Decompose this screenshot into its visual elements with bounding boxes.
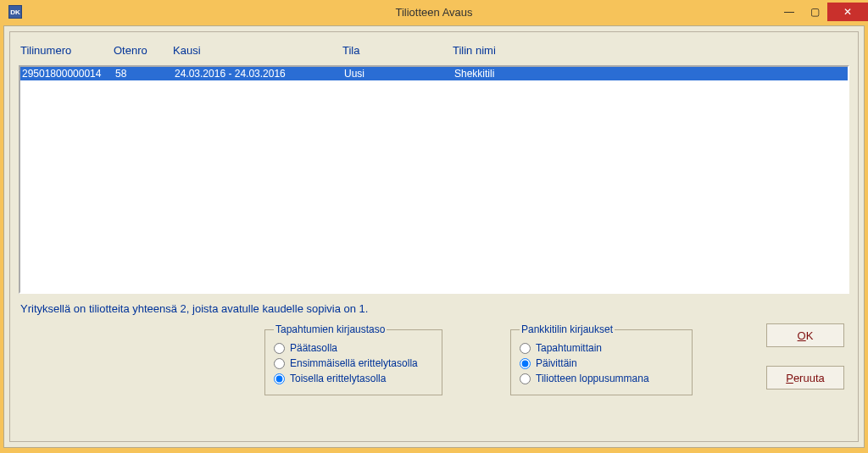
radio-loppusummana-input[interactable]	[520, 373, 531, 384]
cancel-button[interactable]: Peruuta	[766, 366, 844, 389]
cell-tilinumero: 29501800000014	[22, 68, 115, 80]
radio-paatasolla-input[interactable]	[274, 343, 285, 354]
table-row[interactable]: 29501800000014 58 24.03.2016 - 24.03.201…	[20, 67, 848, 80]
cell-kausi: 24.03.2016 - 24.03.2016	[175, 68, 344, 80]
group-pankkitilin-legend: Pankkitilin kirjaukset	[520, 323, 615, 335]
button-column: OK Peruuta	[766, 323, 849, 389]
bottom-area: Tapahtumien kirjaustaso Päätasolla Ensim…	[19, 320, 849, 395]
ok-button-rest: K	[806, 329, 814, 342]
radio-tapahtumittain[interactable]: Tapahtumittain	[520, 340, 683, 356]
col-header-kausi: Kausi	[173, 44, 342, 57]
col-header-tilinumero: Tilinumero	[20, 44, 114, 57]
cancel-button-rest: eruuta	[793, 372, 825, 384]
col-header-nimi: Tilin nimi	[453, 44, 848, 57]
cell-tila: Uusi	[344, 68, 454, 80]
cell-otenro: 58	[115, 68, 175, 80]
radio-ensimmaisella-input[interactable]	[274, 358, 285, 369]
summary-text: Yrityksellä on tiliotteita yhteensä 2, j…	[19, 294, 849, 320]
statement-list[interactable]: 29501800000014 58 24.03.2016 - 24.03.201…	[19, 65, 849, 294]
radio-paivittain[interactable]: Päivittäin	[520, 356, 683, 371]
radio-paivittain-input[interactable]	[520, 358, 531, 369]
radio-toisella-label: Toisella erittelytasolla	[290, 373, 386, 384]
group-kirjaustaso-legend: Tapahtumien kirjaustaso	[274, 323, 387, 335]
radio-tapahtumittain-input[interactable]	[520, 343, 531, 354]
radio-ensimmaisella-label: Ensimmäisellä erittelytasolla	[290, 357, 418, 369]
window-title: Tiliotteen Avaus	[0, 6, 868, 19]
radio-toisella[interactable]: Toisella erittelytasolla	[274, 371, 433, 386]
dialog-panel: Tilinumero Otenro Kausi Tila Tilin nimi …	[9, 31, 859, 442]
radio-loppusummana-label: Tiliotteen loppusummana	[536, 373, 649, 384]
titlebar: DK Tiliotteen Avaus — ▢ ✕	[0, 0, 868, 24]
radio-tapahtumittain-label: Tapahtumittain	[536, 342, 602, 354]
window: DK Tiliotteen Avaus — ▢ ✕ Tilinumero Ote…	[0, 0, 868, 453]
radio-toisella-input[interactable]	[274, 373, 285, 384]
col-header-tila: Tila	[342, 44, 453, 57]
ok-button[interactable]: OK	[766, 323, 844, 347]
col-header-otenro: Otenro	[114, 44, 173, 57]
cancel-button-underline: P	[786, 372, 793, 384]
table-header: Tilinumero Otenro Kausi Tila Tilin nimi	[19, 39, 849, 65]
radio-paivittain-label: Päivittäin	[536, 357, 577, 369]
radio-loppusummana[interactable]: Tiliotteen loppusummana	[520, 371, 683, 386]
group-pankkitilin: Pankkitilin kirjaukset Tapahtumittain Pä…	[510, 323, 693, 395]
group-kirjaustaso: Tapahtumien kirjaustaso Päätasolla Ensim…	[264, 323, 442, 395]
ok-button-underline: O	[798, 329, 806, 342]
cell-nimi: Shekkitili	[454, 68, 846, 80]
radio-ensimmaisella[interactable]: Ensimmäisellä erittelytasolla	[274, 356, 433, 371]
radio-paatasolla[interactable]: Päätasolla	[274, 340, 433, 356]
radio-paatasolla-label: Päätasolla	[290, 342, 337, 354]
client-area: Tilinumero Otenro Kausi Tila Tilin nimi …	[3, 25, 865, 448]
